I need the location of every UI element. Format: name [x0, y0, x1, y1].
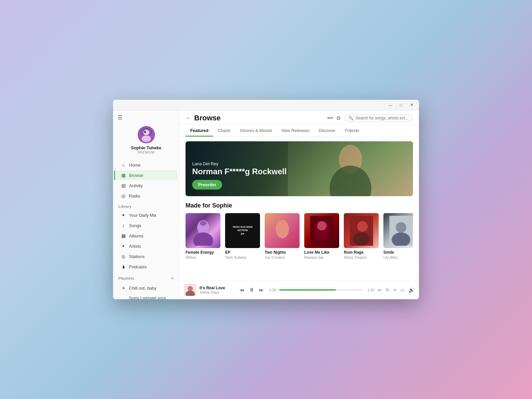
- preorder-button[interactable]: Preorder: [192, 180, 222, 190]
- hero-title: Norman F*****g Rockwell: [192, 167, 287, 176]
- tab-friends[interactable]: Friends: [340, 125, 364, 137]
- music-card-3[interactable]: Love Me Like Rayana Jay: [304, 213, 339, 259]
- svg-point-19: [353, 232, 370, 246]
- svg-point-10: [193, 232, 213, 246]
- nav-label-songs: Songs: [129, 223, 141, 228]
- now-playing-info: It's Real Love Yellow Days: [200, 286, 225, 294]
- progress-area: 1:20 1:20: [267, 288, 374, 292]
- nav-item-playlist-1[interactable]: ≡ Chill out, baby: [115, 283, 177, 293]
- playlist-icon-1: ≡: [120, 285, 126, 291]
- hamburger-icon[interactable]: ☰: [118, 114, 122, 121]
- nav-item-artists[interactable]: ✶ Artists: [115, 241, 177, 251]
- card-art-figure-2: [265, 213, 300, 248]
- settings-button[interactable]: ⚙: [336, 115, 341, 121]
- tab-new-releases[interactable]: New Releases: [277, 125, 314, 137]
- progress-bar[interactable]: [279, 289, 362, 291]
- queue-button[interactable]: ≡: [394, 287, 396, 293]
- radio-icon: ◎: [120, 193, 126, 199]
- nav-item-podcasts[interactable]: ◗ Podcasts: [115, 262, 177, 272]
- add-playlist-button[interactable]: +: [171, 275, 174, 281]
- card-art-4: [344, 213, 379, 248]
- now-playing-artist: Yellow Days: [200, 290, 225, 294]
- browse-icon: ▦: [120, 173, 126, 178]
- close-button[interactable]: ✕: [407, 102, 416, 108]
- hero-artist: Lana Del Rey: [192, 161, 287, 166]
- time-current: 1:20: [267, 288, 276, 292]
- sidebar-nav: ⌂ Home ▦ Browse ▤ Activity ◎ Radio Libra…: [113, 158, 179, 299]
- search-icon: 🔍: [348, 116, 353, 120]
- music-card-2[interactable]: Two Nights Joy Crookes: [265, 213, 300, 259]
- svg-point-16: [317, 221, 327, 230]
- podcasts-icon: ◗: [120, 264, 126, 269]
- nav-item-browse[interactable]: ▦ Browse: [114, 170, 177, 180]
- tab-genres-moods[interactable]: Genres & Moods: [235, 125, 277, 137]
- svg-point-18: [357, 221, 368, 232]
- tabs-row: Featured Charts Genres & Moods New Relea…: [180, 125, 419, 137]
- music-card-0[interactable]: Female Energy Willow: [186, 213, 220, 259]
- nav-item-radio[interactable]: ◎ Radio: [115, 191, 177, 201]
- tab-charts[interactable]: Charts: [213, 125, 235, 137]
- progress-fill: [279, 289, 336, 291]
- nav-label-activity: Activity: [129, 183, 143, 188]
- nav-label-stations: Stations: [129, 254, 145, 259]
- nav-item-home[interactable]: ⌂ Home: [115, 160, 177, 170]
- nav-item-songs[interactable]: ♪ Songs: [115, 220, 177, 230]
- nav-item-albums[interactable]: ▦ Albums: [115, 231, 177, 241]
- tab-featured[interactable]: Featured: [186, 125, 213, 137]
- section-title: Made for Sophie: [186, 202, 413, 209]
- volume-button[interactable]: 🔊: [409, 287, 414, 293]
- card-artist-5: Lily Allen: [383, 255, 413, 259]
- now-playing-title: It's Real Love: [200, 286, 225, 290]
- content-area: ← Browse ••• ⚙ 🔍 Featured Charts Genres …: [180, 110, 419, 299]
- svg-point-25: [188, 286, 193, 291]
- card-art-3: [304, 213, 339, 248]
- user-profile: Sophie Tuheke PREMIUM: [113, 123, 179, 158]
- nav-label-podcasts: Podcasts: [129, 264, 147, 269]
- tab-discover[interactable]: Discover: [314, 125, 340, 137]
- nav-item-playlist-2[interactable]: ≡ Sorry I missed your call: [115, 293, 177, 299]
- repeat-button[interactable]: ↻: [386, 287, 390, 293]
- card-artist-2: Joy Crookes: [265, 255, 300, 259]
- player-extra: ⇌ ↻ ≡ ▭ 🔊: [378, 287, 414, 293]
- back-button[interactable]: ←: [186, 115, 191, 121]
- pause-button[interactable]: ⏸: [249, 287, 254, 293]
- heart-button[interactable]: ♡: [228, 287, 233, 293]
- time-total: 1:20: [365, 288, 374, 292]
- card-title-2: Two Nights: [265, 250, 300, 255]
- nav-item-daily-mix[interactable]: ✦ Your Daily Mix: [115, 210, 177, 220]
- activity-icon: ▤: [120, 183, 126, 188]
- music-card-5[interactable]: Smile Lily Allen: [383, 213, 413, 259]
- music-grid: Female Energy Willow TASH SULTANANOTIONE…: [186, 213, 413, 261]
- user-name: Sophie Tuheke: [131, 145, 162, 150]
- page-title: Browse: [194, 114, 220, 122]
- next-button[interactable]: ⏭: [259, 287, 264, 293]
- more-button[interactable]: •••: [327, 115, 333, 121]
- nav-label-artists: Artists: [129, 244, 141, 249]
- card-art-0: [186, 213, 220, 248]
- music-card-4[interactable]: Rum Rage Sticky Fingers: [344, 213, 379, 259]
- nav-item-activity[interactable]: ▤ Activity: [115, 181, 177, 191]
- content-header: ← Browse ••• ⚙ 🔍: [180, 110, 419, 125]
- search-input[interactable]: [355, 116, 409, 120]
- device-button[interactable]: ▭: [400, 287, 405, 293]
- card-artist-4: Sticky Fingers: [344, 255, 379, 259]
- avatar: [138, 126, 155, 143]
- title-bar-controls: — □ ✕: [386, 102, 416, 108]
- nav-item-stations[interactable]: ◎ Stations: [115, 251, 177, 261]
- prev-button[interactable]: ⏮: [240, 287, 244, 293]
- card-artist-3: Rayana Jay: [304, 255, 339, 259]
- hero-banner[interactable]: Lana Del Rey Norman F*****g Rockwell Pre…: [186, 141, 413, 196]
- nav-label-home: Home: [129, 163, 141, 168]
- maximize-button[interactable]: □: [396, 102, 406, 108]
- now-playing-art: [184, 284, 196, 296]
- music-card-1[interactable]: TASH SULTANANOTIONEP EP Tash Sultana: [225, 213, 260, 259]
- title-bar: — □ ✕: [113, 100, 419, 110]
- card-art-figure-0: [186, 213, 220, 248]
- shuffle-button[interactable]: ⇌: [378, 287, 382, 293]
- card-art-1: TASH SULTANANOTIONEP: [225, 213, 260, 248]
- card-title-5: Smile: [383, 250, 413, 255]
- minimize-button[interactable]: —: [386, 102, 395, 108]
- songs-icon: ♪: [120, 223, 126, 228]
- card-title-3: Love Me Like: [304, 250, 339, 255]
- card-title-4: Rum Rage: [344, 250, 379, 255]
